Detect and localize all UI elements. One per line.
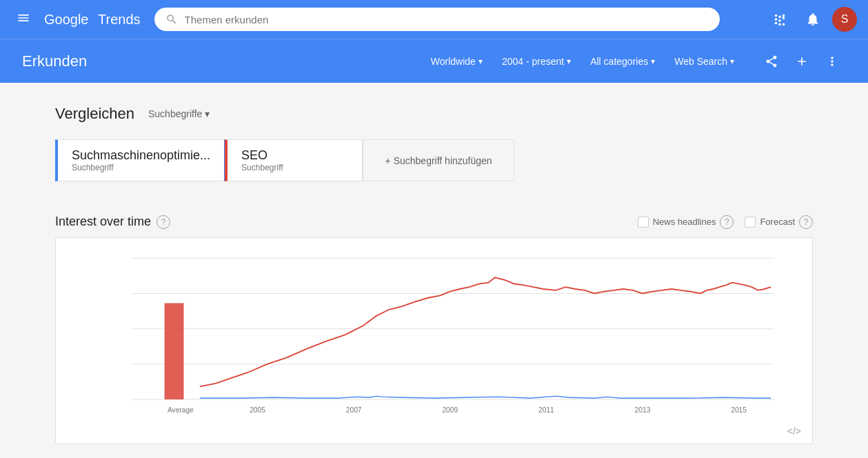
filter-categories-chevron: ▾ — [651, 57, 655, 66]
news-headlines-checkbox[interactable] — [638, 217, 649, 228]
filter-date-chevron: ▾ — [567, 57, 571, 66]
interest-title: Interest over time — [55, 215, 151, 229]
filter-search-type-chevron: ▾ — [730, 57, 734, 66]
apps-button[interactable] — [766, 6, 794, 33]
section-controls: News headlines ? Forecast ? — [638, 215, 813, 229]
search-terms-row: Suchmaschinenoptimie... Suchbegriff SEO … — [55, 139, 813, 181]
term-card-2-name: SEO — [241, 148, 348, 163]
filter-categories[interactable]: All categories ▾ — [583, 52, 662, 71]
x-label-2009: 2009 — [442, 406, 458, 414]
search-input[interactable] — [185, 14, 709, 26]
x-label-2005: 2005 — [250, 406, 265, 414]
avatar[interactable]: S — [832, 7, 857, 32]
news-headlines-help-icon[interactable]: ? — [720, 215, 734, 229]
subbar: Erkunden Worldwide ▾ 2004 - present ▾ Al… — [0, 39, 868, 83]
compare-title: Vergleichen — [55, 105, 134, 123]
bar-seo — [165, 303, 184, 399]
filter-search-type-label: Web Search — [674, 56, 727, 67]
main-content: Vergleichen Suchbegriffe ▾ Suchmaschinen… — [0, 83, 868, 458]
filter-search-type[interactable]: Web Search ▾ — [667, 52, 741, 71]
filter-worldwide-label: Worldwide — [431, 56, 476, 67]
term-card-1-label: Suchbegriff — [72, 163, 210, 172]
term-card-1[interactable]: Suchmaschinenoptimie... Suchbegriff — [55, 139, 225, 181]
notifications-button[interactable] — [799, 6, 827, 33]
x-label-2011: 2011 — [538, 406, 554, 414]
logo-google: Google — [44, 12, 89, 28]
news-headlines-label: News headlines — [653, 217, 716, 227]
term-card-2-label: Suchbegriff — [241, 163, 348, 172]
news-headlines-control[interactable]: News headlines ? — [638, 215, 734, 229]
topbar-right: S — [766, 6, 857, 33]
term-card-2[interactable]: SEO Suchbegriff — [225, 139, 363, 181]
logo: Google Trends — [44, 12, 141, 28]
filter-worldwide-chevron: ▾ — [478, 57, 483, 66]
term-card-1-name: Suchmaschinenoptimie... — [72, 148, 210, 163]
x-label-2013: 2013 — [635, 406, 651, 414]
x-label-2015: 2015 — [731, 406, 747, 414]
compare-header: Vergleichen Suchbegriffe ▾ — [55, 105, 813, 123]
suchbegriffe-label: Suchbegriffe — [148, 108, 202, 119]
code-embed-icon[interactable]: </> — [787, 426, 801, 437]
filter-worldwide[interactable]: Worldwide ▾ — [424, 52, 489, 71]
search-icon — [165, 13, 178, 26]
suchbegriffe-chevron: ▾ — [205, 108, 210, 119]
line-suchmaschinen — [200, 277, 771, 386]
forecast-control[interactable]: Forecast ? — [745, 215, 813, 229]
logo-trends: Trends — [98, 12, 141, 28]
add-term-button[interactable]: + Suchbegriff hinzufügen — [363, 139, 514, 181]
x-label-2007: 2007 — [346, 406, 362, 414]
more-button[interactable] — [818, 48, 846, 75]
add-term-label: + Suchbegriff hinzufügen — [385, 155, 492, 166]
line-seo — [200, 396, 771, 398]
suchbegriffe-button[interactable]: Suchbegriffe ▾ — [143, 106, 215, 122]
menu-icon[interactable] — [11, 6, 36, 34]
subbar-title: Erkunden — [22, 52, 87, 70]
filter-date-range-label: 2004 - present — [502, 56, 564, 67]
forecast-checkbox[interactable] — [745, 217, 756, 228]
subbar-filters: Worldwide ▾ 2004 - present ▾ All categor… — [424, 52, 741, 71]
chart-container: Average 2005 2007 2009 2011 2013 2015 </… — [55, 237, 813, 444]
forecast-help-icon[interactable]: ? — [799, 215, 813, 229]
share-button[interactable] — [758, 48, 785, 75]
search-bar[interactable] — [154, 8, 720, 31]
interest-help-icon[interactable]: ? — [157, 215, 170, 229]
x-label-average: Average — [168, 406, 194, 414]
filter-categories-label: All categories — [590, 56, 648, 67]
interest-section-header: Interest over time ? News headlines ? Fo… — [55, 215, 813, 229]
subbar-actions — [758, 48, 846, 75]
filter-date-range[interactable]: 2004 - present ▾ — [495, 52, 578, 71]
chart-svg: Average 2005 2007 2009 2011 2013 2015 — [70, 252, 798, 419]
add-button[interactable] — [788, 48, 816, 75]
forecast-label: Forecast — [760, 217, 795, 227]
topbar: Google Trends S — [0, 0, 868, 39]
